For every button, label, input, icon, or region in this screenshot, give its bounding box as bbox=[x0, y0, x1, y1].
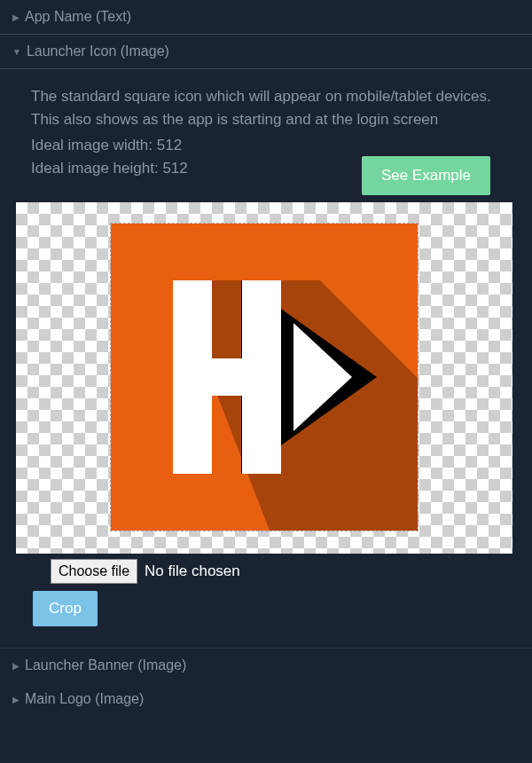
see-example-button[interactable]: See Example bbox=[362, 156, 490, 195]
ideal-width-text: Ideal image width: 512 bbox=[31, 134, 501, 157]
launcher-icon-description: The standard square icon which will appe… bbox=[31, 85, 501, 132]
uploaded-icon-preview bbox=[111, 224, 418, 531]
svg-rect-4 bbox=[173, 358, 281, 396]
launcher-icon-panel: The standard square icon which will appe… bbox=[0, 69, 532, 635]
section-label: App Name (Text) bbox=[25, 9, 131, 25]
chevron-right-icon: ▶ bbox=[12, 12, 20, 22]
image-preview-area[interactable] bbox=[16, 202, 512, 554]
crop-region[interactable] bbox=[111, 224, 418, 531]
choose-file-button[interactable]: Choose file bbox=[51, 559, 137, 584]
file-chosen-status: No file chosen bbox=[145, 562, 240, 580]
chevron-right-icon: ▶ bbox=[12, 695, 20, 704]
section-launcher-banner[interactable]: ▶ Launcher Banner (Image) bbox=[0, 649, 532, 682]
section-main-logo[interactable]: ▶ Main Logo (Image) bbox=[0, 682, 532, 716]
chevron-right-icon: ▶ bbox=[12, 661, 20, 671]
section-label: Launcher Banner (Image) bbox=[25, 657, 186, 673]
crop-button[interactable]: Crop bbox=[33, 591, 98, 626]
section-app-name[interactable]: ▶ App Name (Text) bbox=[0, 0, 532, 34]
section-launcher-icon[interactable]: ▼ Launcher Icon (Image) bbox=[0, 34, 532, 69]
section-label: Launcher Icon (Image) bbox=[27, 43, 169, 59]
chevron-down-icon: ▼ bbox=[12, 47, 21, 57]
section-label: Main Logo (Image) bbox=[25, 691, 144, 707]
icon-hd-logo bbox=[111, 224, 418, 531]
